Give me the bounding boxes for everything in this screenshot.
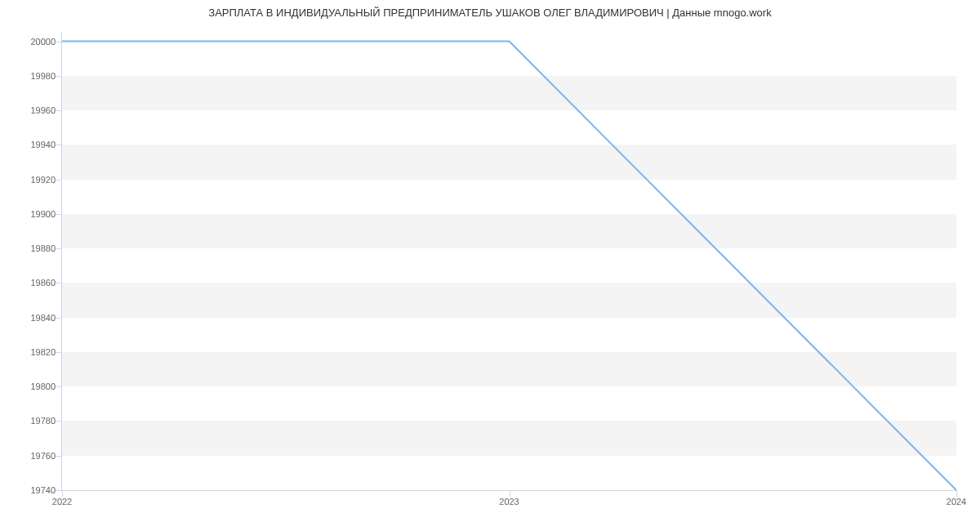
x-tick [510, 490, 510, 497]
line-series [62, 33, 956, 490]
y-tick [56, 214, 62, 215]
y-tick [56, 248, 62, 249]
y-tick [56, 318, 62, 319]
y-tick [56, 456, 62, 457]
x-tick [62, 490, 63, 497]
y-tick-label: 19900 [7, 209, 56, 219]
y-tick [56, 352, 62, 353]
series-line [62, 42, 956, 490]
y-tick [56, 421, 62, 422]
y-tick [56, 283, 62, 283]
y-tick-label: 19880 [7, 243, 56, 253]
plot-area [62, 33, 956, 490]
y-tick-label: 19820 [7, 347, 56, 357]
y-tick-label: 19780 [7, 416, 56, 426]
y-tick-label: 19940 [7, 140, 56, 149]
y-tick [56, 110, 62, 111]
y-tick [56, 490, 62, 491]
x-tick [956, 490, 957, 497]
y-tick-label: 19860 [7, 278, 56, 288]
chart-title: ЗАРПЛАТА В ИНДИВИДУАЛЬНЫЙ ПРЕДПРИНИМАТЕЛ… [0, 7, 980, 19]
x-tick-label: 2022 [52, 497, 72, 506]
y-tick [56, 180, 62, 181]
x-tick-label: 2024 [947, 497, 966, 506]
x-tick-label: 2023 [499, 497, 519, 506]
chart-container: ЗАРПЛАТА В ИНДИВИДУАЛЬНЫЙ ПРЕДПРИНИМАТЕЛ… [0, 0, 980, 531]
y-tick [56, 145, 62, 145]
y-tick-label: 19920 [7, 175, 56, 185]
y-tick-label: 19980 [7, 71, 56, 81]
y-tick-label: 20000 [7, 37, 56, 47]
y-tick [56, 42, 62, 42]
y-tick-label: 19960 [7, 105, 56, 115]
y-tick-label: 19740 [7, 485, 56, 495]
y-tick-label: 19800 [7, 382, 56, 391]
y-tick-label: 19840 [7, 313, 56, 323]
y-tick-label: 19760 [7, 451, 56, 461]
y-tick [56, 386, 62, 387]
y-tick [56, 76, 62, 77]
